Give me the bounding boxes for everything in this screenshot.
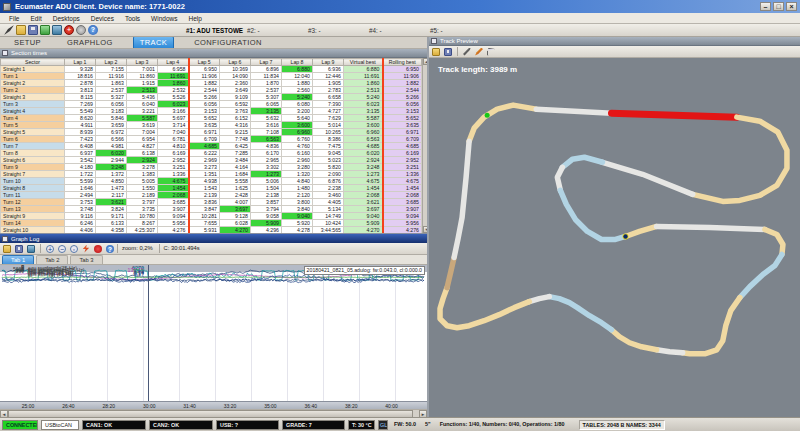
menu-item-edit[interactable]: Edit [25, 15, 46, 22]
zoom-in-icon[interactable] [46, 245, 54, 253]
menu-item-help[interactable]: Help [183, 15, 206, 22]
scroll-down-arrow[interactable]: ▼ [423, 226, 428, 233]
table-row[interactable]: Straight 99:1169:17110:7809:09410:2819:1… [1, 213, 422, 220]
tab-configuration[interactable]: CONFIGURATION [188, 37, 268, 48]
graph-charts-area[interactable]: ecu.rpm[rpm] (25 Hz)500006270ecu.tps[%] … [0, 265, 427, 401]
table-row[interactable]: Turn 37:2696:0566:0406:0236:0566:5926:06… [1, 101, 422, 108]
menu-item-file[interactable]: File [4, 15, 24, 22]
pin-tool-icon[interactable] [4, 25, 14, 35]
track-preview-header: Track Preview [429, 37, 800, 46]
column-header[interactable]: Virtual best [344, 59, 383, 66]
lap-time-cell: 6:023 [158, 101, 189, 108]
lap-time-cell: 10:369 [220, 66, 251, 73]
device-slot-4[interactable]: #4: - [369, 27, 430, 34]
trigger-icon[interactable] [82, 245, 90, 253]
help-icon[interactable] [88, 25, 98, 35]
tab-track[interactable]: TRACK [133, 36, 174, 48]
tab-graphlog[interactable]: GRAPHLOG [61, 37, 119, 48]
table-row[interactable]: Turn 23:8132:5372:5132:5322:5443:6492:53… [1, 87, 422, 94]
disconnect-icon[interactable] [52, 25, 62, 35]
menu-item-tools[interactable]: Tools [120, 15, 145, 22]
table-row[interactable]: Straight 71:7221:3721:3831:3361:3511:684… [1, 171, 422, 178]
zoom-out-icon[interactable] [58, 245, 66, 253]
column-header[interactable]: Lap 4 [158, 59, 189, 66]
lap-time-cell: 2:924 [127, 157, 158, 164]
lap-time-cell: 3:484 [220, 157, 251, 164]
graph-help-icon[interactable] [106, 245, 114, 253]
track-flag-icon[interactable] [487, 48, 495, 56]
table-row[interactable]: Turn 67:4236:5666:9546:7816:7097:7486:56… [1, 136, 422, 143]
close-button[interactable]: × [786, 2, 797, 11]
column-header[interactable]: Lap 7 [251, 59, 282, 66]
table-vertical-scrollbar[interactable]: ▲ ▼ [422, 58, 427, 233]
column-header[interactable]: Sector [1, 59, 65, 66]
open-file-icon[interactable] [16, 25, 26, 35]
column-header[interactable]: Lap 5 [189, 59, 220, 66]
track-segment-blue [562, 157, 602, 167]
minimize-button[interactable]: – [760, 2, 771, 11]
graph-save-icon[interactable] [15, 245, 23, 253]
table-row[interactable]: Turn 86:9376:0206:1386:1696:2227:2856:17… [1, 150, 422, 157]
graph-tab-tab-2[interactable]: Tab 2 [36, 255, 68, 264]
table-row[interactable]: Straight 22:8781:8631:9151:8601:8822:360… [1, 80, 422, 87]
settings-gear-icon[interactable] [76, 25, 86, 35]
table-row[interactable]: Straight 63:5422:9442:9242:9522:9693:484… [1, 157, 422, 164]
table-row[interactable]: Straight 58:9396:9727:0047:0406:9719:215… [1, 129, 422, 136]
scroll-up-arrow[interactable]: ▲ [423, 58, 428, 65]
restore-button[interactable]: □ [773, 2, 784, 11]
column-header[interactable]: Lap 1 [65, 59, 96, 66]
table-row[interactable]: Straight 45:5493:1833:2213:1663:1533:763… [1, 108, 422, 115]
table-row[interactable]: Turn 118:81611:91611:86011:69111:90614:0… [1, 73, 422, 80]
lap-time-cell: 6:170 [251, 150, 282, 157]
column-header[interactable]: Lap 2 [96, 59, 127, 66]
column-header[interactable]: Rolling best [383, 59, 422, 66]
device-slot-5[interactable]: #5: - [430, 27, 491, 34]
track-tools-wrench-icon[interactable] [463, 48, 471, 56]
table-row[interactable]: Turn 48:6205:8465:5875:6975:6526:1525:63… [1, 115, 422, 122]
graph-tab-tab-3[interactable]: Tab 3 [70, 255, 102, 264]
zoom-fit-icon[interactable] [70, 245, 78, 253]
virtual-best-cell: 3:248 [344, 164, 383, 171]
track-map-canvas[interactable]: Track length: 3989 m [429, 58, 800, 417]
table-row[interactable]: Straight 19:3287:1557:0016:9586:95010:36… [1, 66, 422, 73]
table-row[interactable]: Turn 105:5994:8505:0054:6754:9385:5585:0… [1, 178, 422, 185]
device-slot-1[interactable]: #1: ADU TESTOWE [186, 27, 247, 34]
lap-time-cell: 3:278 [127, 164, 158, 171]
virtual-best-cell: 5:587 [344, 115, 383, 122]
table-row[interactable]: Turn 146:2466:1338:2675:9567:6556:0285:9… [1, 220, 422, 227]
rolling-best-cell: 3:635 [383, 122, 422, 129]
record-icon[interactable] [94, 245, 102, 253]
column-header[interactable]: Lap 8 [282, 59, 313, 66]
save-icon[interactable] [28, 25, 38, 35]
track-edit-pencil-icon[interactable] [475, 48, 483, 56]
table-row[interactable]: Straight 81:6461:4731:5501:4541:5431:625… [1, 185, 422, 192]
graph-open-icon[interactable] [3, 245, 11, 253]
graph-horizontal-scrollbar[interactable]: ◄ ► [0, 409, 427, 417]
table-row[interactable]: Turn 133:7483:8243:7353:9073:8473:6973:7… [1, 206, 422, 213]
table-row[interactable]: Turn 123:7533:6213:7973:6853:8364:0073:8… [1, 199, 422, 206]
column-header[interactable]: Lap 3 [127, 59, 158, 66]
menu-item-windows[interactable]: Windows [146, 15, 182, 22]
column-header[interactable]: Lap 9 [313, 59, 344, 66]
table-row[interactable]: Straight 38:1155:3275:4365:5265:2669:109… [1, 94, 422, 101]
menu-item-devices[interactable]: Devices [86, 15, 119, 22]
track-save-icon[interactable] [444, 48, 452, 56]
tab-setup[interactable]: SETUP [8, 37, 47, 48]
graph-export-icon[interactable] [27, 245, 35, 253]
lap-time-cell: 1:480 [282, 185, 313, 192]
column-header[interactable]: Lap 6 [220, 59, 251, 66]
table-row[interactable]: Turn 94:1803:2483:2783:2513:2734:1643:30… [1, 164, 422, 171]
table-row[interactable]: Turn 54:9113:6593:6193:7143:6354:3163:61… [1, 122, 422, 129]
emergency-stop-icon[interactable] [64, 25, 74, 35]
device-slot-2[interactable]: #2: - [247, 27, 308, 34]
graph-cursor-line[interactable] [148, 265, 149, 401]
connect-icon[interactable] [40, 25, 50, 35]
graph-tab-tab-1[interactable]: Tab 1 [2, 255, 34, 264]
table-row[interactable]: Turn 76:4084:9814:8274:8104:6856:4254:83… [1, 143, 422, 150]
virtual-best-cell: 5:240 [344, 94, 383, 101]
device-slot-3[interactable]: #3: - [308, 27, 369, 34]
table-row[interactable]: Turn 112:4942:1172:1892:0682:1392:4282:1… [1, 192, 422, 199]
menu-item-desktops[interactable]: Desktops [48, 15, 85, 22]
lap-time-cell: 3:302 [251, 164, 282, 171]
track-open-icon[interactable] [432, 48, 440, 56]
